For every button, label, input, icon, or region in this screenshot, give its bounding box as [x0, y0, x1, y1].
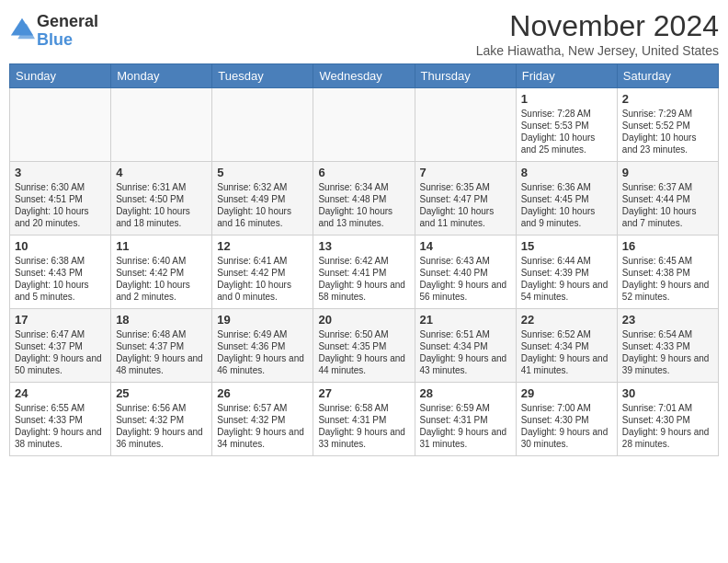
day-info: Sunrise: 6:42 AM [318, 255, 409, 267]
location-title: Lake Hiawatha, New Jersey, United States [476, 43, 719, 58]
header: General Blue November 2024 Lake Hiawatha… [9, 9, 719, 58]
day-info: Sunrise: 6:47 AM [15, 328, 106, 340]
calendar-cell: 11Sunrise: 6:40 AMSunset: 4:42 PMDayligh… [111, 236, 212, 309]
day-info: Daylight: 10 hours and 13 minutes. [318, 205, 409, 229]
day-info: Sunset: 4:40 PM [420, 267, 511, 279]
day-number: 30 [622, 386, 713, 400]
day-info: Sunrise: 6:59 AM [420, 402, 511, 414]
day-info: Sunset: 5:52 PM [622, 120, 713, 132]
day-info: Sunrise: 6:52 AM [521, 328, 612, 340]
week-row-3: 10Sunrise: 6:38 AMSunset: 4:43 PMDayligh… [10, 236, 719, 309]
day-info: Sunset: 4:32 PM [116, 414, 207, 426]
logo-text: General Blue [37, 13, 98, 50]
header-cell-sunday: Sunday [10, 64, 111, 88]
calendar-cell: 15Sunrise: 6:44 AMSunset: 4:39 PMDayligh… [516, 236, 617, 309]
header-cell-friday: Friday [516, 64, 617, 88]
day-info: Sunset: 5:53 PM [521, 120, 612, 132]
day-number: 1 [521, 92, 612, 106]
calendar-cell: 17Sunrise: 6:47 AMSunset: 4:37 PMDayligh… [10, 309, 111, 383]
day-info: Daylight: 10 hours and 2 minutes. [116, 279, 207, 303]
calendar-cell: 28Sunrise: 6:59 AMSunset: 4:31 PMDayligh… [415, 383, 516, 456]
calendar-cell: 2Sunrise: 7:29 AMSunset: 5:52 PMDaylight… [617, 88, 718, 162]
calendar-cell: 3Sunrise: 6:30 AMSunset: 4:51 PMDaylight… [10, 162, 111, 236]
day-info: Sunrise: 6:44 AM [521, 255, 612, 267]
day-number: 27 [318, 386, 409, 400]
day-info: Daylight: 10 hours and 16 minutes. [217, 205, 308, 229]
day-info: Sunrise: 7:28 AM [521, 108, 612, 120]
day-info: Sunrise: 6:54 AM [622, 328, 713, 340]
day-number: 21 [420, 313, 511, 327]
day-info: Sunset: 4:47 PM [420, 193, 511, 205]
calendar-cell: 24Sunrise: 6:55 AMSunset: 4:33 PMDayligh… [10, 383, 111, 456]
calendar-cell: 14Sunrise: 6:43 AMSunset: 4:40 PMDayligh… [415, 236, 516, 309]
day-info: Daylight: 10 hours and 18 minutes. [116, 205, 207, 229]
day-info: Daylight: 9 hours and 46 minutes. [217, 352, 308, 376]
day-info: Daylight: 10 hours and 9 minutes. [521, 205, 612, 229]
day-number: 3 [15, 166, 106, 179]
header-cell-tuesday: Tuesday [212, 64, 313, 88]
day-info: Sunrise: 6:48 AM [116, 328, 207, 340]
day-info: Sunset: 4:44 PM [622, 193, 713, 205]
calendar-cell [111, 88, 212, 162]
calendar-cell: 7Sunrise: 6:35 AMSunset: 4:47 PMDaylight… [415, 162, 516, 236]
calendar-cell: 20Sunrise: 6:50 AMSunset: 4:35 PMDayligh… [313, 309, 415, 383]
day-info: Sunset: 4:42 PM [217, 267, 308, 279]
day-number: 29 [521, 386, 612, 400]
day-number: 12 [217, 239, 308, 253]
day-info: Sunset: 4:36 PM [217, 340, 308, 352]
day-number: 2 [622, 92, 713, 106]
day-info: Sunset: 4:50 PM [116, 193, 207, 205]
week-row-2: 3Sunrise: 6:30 AMSunset: 4:51 PMDaylight… [10, 162, 719, 236]
day-info: Daylight: 9 hours and 41 minutes. [521, 352, 612, 376]
calendar-cell [10, 88, 111, 162]
day-number: 19 [217, 313, 308, 327]
day-info: Daylight: 9 hours and 43 minutes. [420, 352, 511, 376]
day-info: Sunrise: 6:31 AM [116, 181, 207, 193]
calendar-cell: 4Sunrise: 6:31 AMSunset: 4:50 PMDaylight… [111, 162, 212, 236]
header-cell-wednesday: Wednesday [313, 64, 415, 88]
day-info: Sunrise: 6:34 AM [318, 181, 409, 193]
header-row: SundayMondayTuesdayWednesdayThursdayFrid… [10, 64, 719, 88]
day-info: Daylight: 10 hours and 5 minutes. [15, 279, 106, 303]
day-info: Sunrise: 6:37 AM [622, 181, 713, 193]
week-row-5: 24Sunrise: 6:55 AMSunset: 4:33 PMDayligh… [10, 383, 719, 456]
day-info: Daylight: 9 hours and 38 minutes. [15, 426, 106, 450]
day-info: Sunset: 4:31 PM [420, 414, 511, 426]
day-number: 28 [420, 386, 511, 400]
day-number: 18 [116, 313, 207, 327]
day-number: 14 [420, 239, 511, 253]
day-info: Sunset: 4:34 PM [521, 340, 612, 352]
day-info: Daylight: 9 hours and 56 minutes. [420, 279, 511, 303]
day-info: Sunset: 4:33 PM [622, 340, 713, 352]
calendar-cell [313, 88, 415, 162]
day-info: Daylight: 9 hours and 52 minutes. [622, 279, 713, 303]
day-info: Daylight: 10 hours and 20 minutes. [15, 205, 106, 229]
day-info: Daylight: 9 hours and 30 minutes. [521, 426, 612, 450]
day-info: Daylight: 9 hours and 50 minutes. [15, 352, 106, 376]
day-info: Sunrise: 6:35 AM [420, 181, 511, 193]
day-info: Sunset: 4:39 PM [521, 267, 612, 279]
day-info: Daylight: 10 hours and 0 minutes. [217, 279, 308, 303]
day-info: Daylight: 10 hours and 7 minutes. [622, 205, 713, 229]
calendar-cell: 13Sunrise: 6:42 AMSunset: 4:41 PMDayligh… [313, 236, 415, 309]
calendar-cell: 18Sunrise: 6:48 AMSunset: 4:37 PMDayligh… [111, 309, 212, 383]
day-info: Sunrise: 7:29 AM [622, 108, 713, 120]
header-cell-saturday: Saturday [617, 64, 718, 88]
day-info: Daylight: 9 hours and 36 minutes. [116, 426, 207, 450]
day-info: Sunset: 4:30 PM [521, 414, 612, 426]
day-info: Daylight: 10 hours and 25 minutes. [521, 132, 612, 155]
day-number: 15 [521, 239, 612, 253]
day-number: 7 [420, 166, 511, 179]
calendar-table: SundayMondayTuesdayWednesdayThursdayFrid… [9, 63, 719, 456]
day-number: 24 [15, 386, 106, 400]
day-info: Sunrise: 6:30 AM [15, 181, 106, 193]
day-info: Sunrise: 6:56 AM [116, 402, 207, 414]
day-number: 5 [217, 166, 308, 179]
calendar-cell: 27Sunrise: 6:58 AMSunset: 4:31 PMDayligh… [313, 383, 415, 456]
calendar-cell: 12Sunrise: 6:41 AMSunset: 4:42 PMDayligh… [212, 236, 313, 309]
calendar-cell [212, 88, 313, 162]
day-number: 23 [622, 313, 713, 327]
logo-icon [9, 17, 35, 42]
day-info: Daylight: 9 hours and 33 minutes. [318, 426, 409, 450]
day-info: Sunset: 4:37 PM [15, 340, 106, 352]
